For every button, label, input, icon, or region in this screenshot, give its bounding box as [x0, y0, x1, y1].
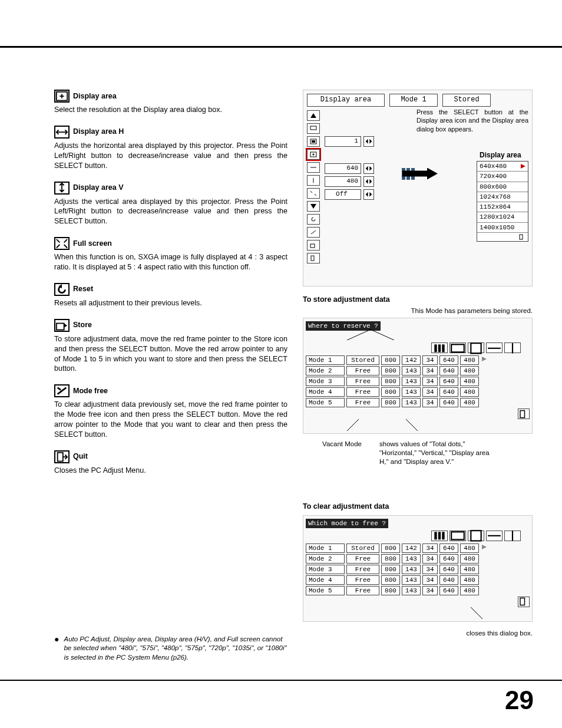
osd-value-column: 1 640 480 Off [325, 136, 374, 263]
table-row[interactable]: Mode 1Stored80014234640480 [306, 355, 530, 365]
table-row[interactable]: Mode 5Free80014334640480 [306, 586, 530, 595]
scroll-up-icon[interactable] [307, 110, 320, 121]
store-table: Where to reserve ? Mode 1Stored800142346… [303, 318, 533, 434]
svg-rect-5 [312, 140, 315, 143]
col-icon [468, 531, 484, 541]
res-item[interactable]: 1400x1050 [477, 223, 528, 233]
osd-title: Display area [307, 94, 385, 107]
leftright-icon[interactable] [363, 163, 374, 174]
osd-display-area-icon[interactable] [307, 149, 320, 160]
osd-store-icon[interactable] [307, 240, 320, 251]
svg-rect-1 [57, 323, 64, 330]
clear-table: Which mode to free ? Mode 1Stored8001423… [303, 515, 533, 622]
table-row[interactable]: Mode 5Free80014334640480 [306, 398, 530, 407]
title: Display area [73, 91, 117, 101]
footnote-text: Auto PC Adjust, Display area, Display ar… [64, 635, 287, 663]
body: To store adjustment data, move the red f… [54, 334, 287, 374]
store-sub: This Mode has parameters being stored. [303, 307, 533, 315]
display-area-v-icon [54, 182, 70, 195]
svg-rect-16 [434, 532, 437, 539]
leftright-icon[interactable] [363, 176, 374, 187]
osd-reset-icon[interactable] [307, 214, 320, 225]
page-number: 29 [505, 686, 534, 715]
reset-icon [54, 283, 70, 296]
scroll-down-icon[interactable] [307, 201, 320, 212]
osd-fullscreen-icon[interactable] [307, 188, 320, 199]
osd-val-2: 640 [325, 163, 361, 174]
res-item[interactable]: 800x600 [477, 182, 528, 192]
svg-rect-2 [58, 452, 63, 461]
svg-rect-14 [471, 343, 481, 353]
svg-rect-19 [451, 532, 464, 539]
clear-tbltitle: Which mode to free ? [306, 519, 388, 528]
col-icons [306, 531, 530, 541]
table-row[interactable]: Mode 2Free80014334640480 [306, 554, 530, 564]
annot-vacant: Vacant Mode [303, 440, 362, 466]
store-tbltitle: Where to reserve ? [306, 321, 381, 331]
col-icon [449, 531, 466, 541]
osd-v-icon[interactable] [307, 175, 320, 186]
osd-modefree-icon[interactable] [307, 227, 320, 238]
annot-values: shows values of "Total dots," "Horizonta… [379, 440, 497, 466]
table-row[interactable]: Mode 2Free80014334640480 [306, 366, 530, 375]
item-display-area: Display area Select the resolution at th… [54, 90, 287, 115]
body: Closes the PC Adjust Menu. [54, 466, 287, 476]
store-heading: To store adjustment data [303, 295, 533, 304]
osd-panel: Display area Mode 1 Stored Press the SEL… [303, 90, 533, 286]
col-icon [504, 531, 521, 541]
osd-h-icon[interactable] [307, 162, 320, 173]
svg-rect-21 [520, 598, 525, 605]
close-icon[interactable] [518, 597, 530, 607]
osd-icon[interactable] [307, 136, 320, 147]
item-reset: Reset Resets all adjustment to their pre… [54, 283, 287, 308]
leftright-icon[interactable] [363, 136, 374, 147]
body: Adjusts the horizontal area displayed by… [54, 141, 287, 171]
svg-rect-11 [438, 344, 441, 352]
svg-rect-8 [311, 256, 314, 261]
table-row[interactable]: Mode 4Free80014334640480 [306, 575, 530, 585]
store-icon [54, 319, 70, 332]
col-icon [449, 342, 466, 353]
svg-rect-15 [520, 410, 525, 417]
res-item[interactable]: 1152x864 [477, 202, 528, 212]
osd-icon[interactable] [307, 123, 320, 134]
close-icon[interactable] [518, 409, 530, 419]
pointer-icon [520, 163, 525, 169]
osd-callout: Press the SELECT button at the Display a… [416, 108, 528, 133]
leftright-icon[interactable] [363, 189, 374, 200]
svg-rect-20 [471, 531, 481, 541]
svg-rect-12 [442, 344, 444, 352]
svg-rect-10 [434, 344, 437, 352]
mode-free-icon [54, 384, 70, 397]
res-item[interactable]: 720x400 [477, 172, 528, 182]
closes-text: closes this dialog box. [303, 629, 533, 638]
table-row[interactable]: Mode 1Stored80014234640480 [306, 543, 530, 553]
title: Quit [73, 452, 88, 462]
osd-val-4: Off [325, 189, 361, 200]
table-row[interactable]: Mode 3Free80014334640480 [306, 565, 530, 574]
item-mode-free: Mode free To clear adjustment data previ… [54, 384, 287, 440]
res-item[interactable]: 1024x768 [477, 192, 528, 202]
svg-rect-9 [520, 235, 523, 239]
res-item[interactable]: 640x480 [477, 162, 528, 172]
col-icon [486, 342, 503, 353]
osd-val-3: 480 [325, 176, 361, 187]
osd-val-1: 1 [325, 136, 361, 147]
clear-heading: To clear adjustment data [303, 502, 533, 511]
store-annot: Vacant Mode shows values of "Total dots,… [303, 440, 533, 466]
item-full-screen: Full screen When this function is on, SX… [54, 237, 287, 272]
svg-rect-18 [442, 532, 444, 539]
osd-quit-icon[interactable] [307, 253, 320, 263]
item-quit: Quit Closes the PC Adjust Menu. [54, 450, 287, 476]
quit-icon [54, 450, 70, 463]
table-row[interactable]: Mode 3Free80014334640480 [306, 377, 530, 386]
body: Adjusts the vertical area displayed by t… [54, 197, 287, 227]
osd-stored: Stored [442, 94, 491, 107]
col-icon [486, 531, 503, 541]
table-row[interactable]: Mode 4Free80014334640480 [306, 387, 530, 397]
res-quit[interactable] [477, 233, 528, 241]
body: To clear adjustment data previously set,… [54, 400, 287, 440]
res-item[interactable]: 1280x1024 [477, 212, 528, 222]
osd-mode: Mode 1 [389, 94, 438, 107]
osd-icon-column [307, 110, 320, 263]
